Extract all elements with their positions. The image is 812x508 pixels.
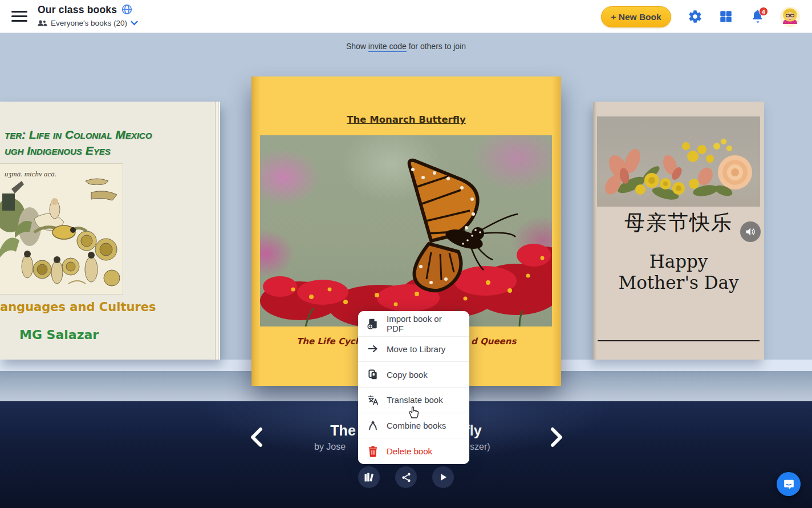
book-cover-mothers-day[interactable]: 母亲节快乐 Happy Mother's Day — [593, 102, 764, 360]
menu-item-move-to-library[interactable]: Move to Library — [358, 337, 469, 362]
play-book-button[interactable] — [432, 466, 454, 488]
audio-speaker-icon[interactable] — [740, 221, 761, 242]
invite-suffix: for others to join — [407, 42, 466, 51]
right-book-divider — [598, 340, 760, 341]
library-title-block: Our class books Everyone's books (20) — [38, 4, 138, 27]
player-bar-byline-left: by Jose — [314, 442, 346, 452]
books-filter-dropdown[interactable]: Everyone's books (20) — [38, 19, 138, 27]
share-book-button[interactable] — [395, 466, 417, 488]
settings-gear-icon[interactable] — [688, 9, 704, 25]
combine-merge-icon — [367, 420, 379, 431]
play-icon — [438, 472, 448, 482]
menu-item-delete-book[interactable]: Delete book — [358, 438, 469, 464]
copy-icon — [367, 369, 379, 380]
monarch-butterfly-image — [260, 135, 552, 326]
chevron-down-icon — [131, 21, 138, 26]
import-book-icon — [367, 318, 379, 329]
menu-item-label: Move to Library — [387, 344, 445, 354]
menu-item-label: Delete book — [387, 446, 432, 456]
invite-prefix: Show — [346, 42, 368, 51]
menu-item-label: Translate book — [387, 395, 443, 405]
right-book-title-chinese: 母亲节快乐 — [593, 209, 764, 237]
invite-banner: Show invite code for others to join — [0, 42, 812, 51]
new-book-button[interactable]: + New Book — [601, 6, 671, 27]
app-header: Our class books Everyone's books (20) + … — [0, 0, 812, 33]
notifications-bell-icon[interactable]: 4 — [750, 9, 766, 25]
page-title: Our class books — [38, 4, 117, 16]
left-book-series: anguages and Cultures — [0, 300, 156, 314]
codex-illustration-image: uʒmā. michv acā. — [0, 164, 123, 294]
library-books-icon — [363, 471, 375, 483]
menu-item-label: Import book or PDF — [387, 314, 460, 333]
read-book-button[interactable] — [358, 466, 380, 488]
move-arrow-icon — [367, 343, 379, 354]
user-avatar[interactable] — [780, 7, 800, 27]
menu-item-copy-book[interactable]: Copy book — [358, 362, 469, 388]
globe-icon — [121, 4, 132, 17]
translate-icon — [367, 394, 379, 406]
chat-launcher-button[interactable] — [777, 472, 801, 496]
menu-item-label: Combine books — [387, 421, 446, 430]
left-book-title: ter: Life in Colonial Mexico ugh Indigen… — [5, 127, 193, 159]
notification-count-badge: 4 — [759, 7, 768, 16]
invite-code-link[interactable]: invite code — [368, 42, 407, 52]
hamburger-menu-icon[interactable] — [11, 11, 27, 22]
chat-bubble-icon — [783, 478, 795, 490]
menu-item-label: Copy book — [387, 370, 428, 380]
player-bar-byline-right: szer) — [470, 442, 490, 452]
menu-item-import-book[interactable]: Import book or PDF — [358, 311, 469, 337]
center-book-title: The Monarch Butterfly — [251, 114, 561, 125]
book-cover-colonial-mexico[interactable]: ter: Life in Colonial Mexico ugh Indigen… — [0, 102, 220, 360]
books-filter-label: Everyone's books (20) — [51, 19, 127, 27]
book-creator-app: Our class books Everyone's books (20) + … — [0, 0, 812, 508]
svg-text:uʒmā. michv acā.: uʒmā. michv acā. — [5, 170, 56, 178]
left-book-author: MG Salazar — [19, 328, 99, 342]
people-icon — [38, 19, 47, 27]
share-icon — [401, 472, 412, 483]
apps-grid-icon[interactable] — [718, 9, 734, 25]
mouse-cursor-hand — [407, 405, 420, 421]
flower-bouquet-image — [597, 116, 760, 207]
trash-icon — [367, 446, 379, 457]
book-context-menu: Import book or PDF Move to Library Copy … — [358, 311, 469, 464]
right-book-title-english: Happy Mother's Day — [593, 251, 764, 293]
left-book-pages-edge — [215, 102, 220, 360]
center-book-subtitle-right: d Queens — [471, 336, 516, 346]
